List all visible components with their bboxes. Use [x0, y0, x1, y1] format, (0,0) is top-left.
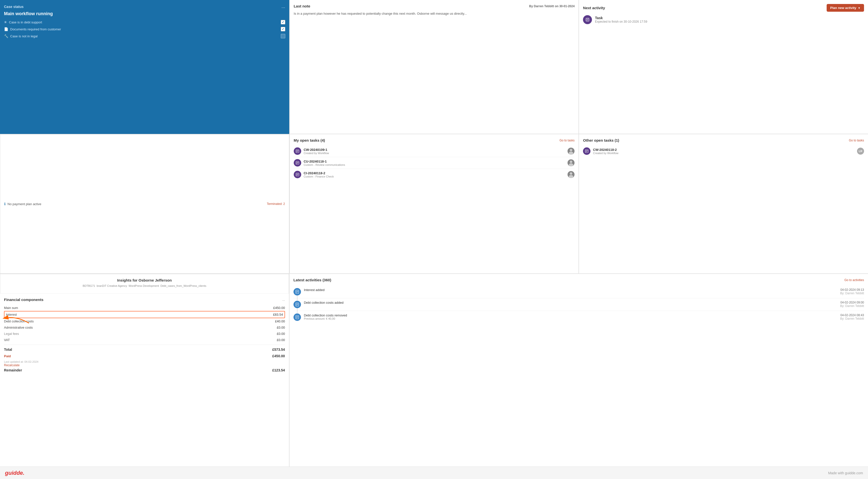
other-task-avatar-1: LR: [857, 148, 864, 155]
insights-title: Insights for Osborne Jefferson: [4, 278, 285, 282]
insights-tags: BDTBG71 branDiT Creative Agency WordPres…: [4, 284, 285, 287]
task-id-1: CW-20240109-1: [304, 148, 565, 151]
case-status-title: Case status: [4, 5, 24, 9]
activities-title: Latest activities (360): [293, 278, 331, 282]
financial-menu[interactable]: ...: [282, 298, 285, 302]
last-note-body: Is in a payment plan however he has requ…: [294, 11, 575, 16]
activity-name-1: Debt collection costs added: [304, 301, 837, 305]
activity-name-2: Debt collection costs removed: [304, 313, 837, 317]
activity-item-1: Debt collection costs added 04-02-2024 0…: [293, 298, 864, 311]
go-to-other-tasks-link[interactable]: Go to tasks: [849, 139, 864, 142]
last-updated: Last updated at: 04-02-2024: [4, 360, 285, 363]
financial-row-admin: Administrative costs £0.00: [4, 324, 285, 331]
other-task-icon-1: [583, 147, 590, 155]
svg-point-3: [569, 151, 573, 155]
activity-date-2: 04-02-2024 08:43 By: Darren Tebbitt: [840, 313, 864, 320]
next-activity-panel: Next activity Plan new activity ▼ Task E…: [579, 0, 868, 134]
financial-row-debt: Debt collection costs £40.00: [4, 318, 285, 324]
financial-total-row: Total £573.54: [4, 346, 285, 353]
case-status-menu[interactable]: ...: [281, 4, 285, 9]
financial-row-main-sum: Main sum £450.00: [4, 305, 285, 311]
left-col-bottom: Insights for Osborne Jefferson BDTBG71 b…: [0, 274, 289, 467]
go-to-tasks-link[interactable]: Go to tasks: [560, 139, 575, 142]
open-tasks-panel: My open tasks (4) Go to tasks CW-2024010…: [289, 134, 579, 274]
svg-point-8: [570, 172, 572, 175]
checklist-label-2: Documents required from customer: [10, 27, 61, 31]
tag-2: WordPress Development: [129, 284, 159, 287]
tag-3: Debt_cases_from_WordPress_clients: [160, 284, 206, 287]
activity-icon-0: [293, 288, 301, 296]
checklist-item-2: 📄 Documents required from customer: [4, 27, 285, 31]
financial-panel: Financial components ... Main sum £450.0…: [0, 294, 289, 377]
task-item-2: CU-20240118-1 Custom - Review communicat…: [294, 157, 575, 169]
other-tasks-panel: Other open tasks (1) Go to tasks CW-2024…: [579, 134, 868, 274]
financial-title: Financial components: [4, 298, 43, 302]
financial-row-interest: Interest £83.54: [4, 311, 285, 318]
last-note-title: Last note: [294, 4, 310, 8]
paid-link[interactable]: Paid: [4, 354, 11, 358]
activity-prev-2: Previous amount: € 40,00: [304, 317, 837, 320]
activities-panel: Latest activities (360) Go to activities…: [289, 274, 868, 467]
task-icon-1: [294, 147, 301, 155]
task-icon-2: [294, 159, 301, 167]
task-sub-3: Custom - Finance Check: [304, 175, 565, 178]
asterisk-icon: ✳: [4, 20, 7, 24]
recalculate-link[interactable]: Recalculate: [4, 364, 20, 367]
checklist-label-1: Case is in debt support: [9, 21, 42, 24]
footer-tagline: Made with guidde.com: [828, 471, 863, 475]
go-to-activities-link[interactable]: Go to activities: [844, 278, 864, 282]
plan-new-activity-button[interactable]: Plan new activity ▼: [827, 4, 864, 12]
activity-icon-1: [293, 301, 301, 308]
tag-0: BDTBG71: [83, 284, 95, 287]
task-icon: [583, 15, 592, 24]
financial-paid-row: Paid £450.00: [4, 353, 285, 359]
other-task-sub-1: Created by Workflow: [593, 151, 855, 155]
terminated-link[interactable]: Terminated: 2: [267, 202, 285, 206]
checklist-label-3: Case is not in legal: [10, 34, 38, 38]
task-id-3: CI-20240118-2: [304, 171, 565, 175]
open-tasks-title: My open tasks (4): [294, 138, 325, 142]
task-item-3: CI-20240118-2 Custom - Finance Check: [294, 169, 575, 180]
checklist-item-1: ✳ Case is in debt support: [4, 20, 285, 24]
svg-point-9: [569, 175, 573, 178]
checkbox-3[interactable]: [281, 34, 285, 38]
financial-remainder-row: Remainder £123.54: [4, 367, 285, 373]
case-status-panel: Case status ... Main workflow running ✳ …: [0, 0, 289, 134]
last-note-panel: Last note By Darren Tebbitt on 30-01-202…: [289, 0, 579, 134]
svg-point-5: [570, 161, 572, 163]
dropdown-arrow-icon: ▼: [858, 6, 861, 9]
payment-plan-text: No payment plan active: [7, 202, 41, 206]
activity-date-0: 04-02-2024 09:13 By: Darren Tebbitt: [840, 288, 864, 295]
guidde-logo: guidde.: [5, 470, 24, 476]
document-icon: 📄: [4, 27, 8, 31]
activity-item-0: Interest added 04-02-2024 09:13 By: Darr…: [293, 285, 864, 298]
footer: guidde. Made with guidde.com: [0, 467, 868, 479]
task-item-1: CW-20240109-1 Created by Workflow: [294, 145, 575, 157]
task-icon-3: [294, 171, 301, 178]
task-sub-1: Created by Workflow: [304, 151, 565, 155]
svg-point-6: [569, 163, 573, 166]
next-activity-item: Task Expected to finish on 30-10-2026 17…: [583, 15, 864, 24]
task-sub-2: Custom - Review communications: [304, 163, 565, 166]
other-tasks-title: Other open tasks (1): [583, 138, 619, 142]
checkbox-2[interactable]: [281, 27, 285, 31]
checklist-item-3: 🔧 Case is not in legal: [4, 34, 285, 38]
other-task-item-1: CW-20240118-2 Created by Workflow LR: [583, 145, 864, 157]
task-expected: Expected to finish on 30-10-2026 17:59: [595, 20, 647, 24]
wrench-icon: 🔧: [4, 34, 8, 38]
activity-name-0: Interest added: [304, 288, 837, 292]
payment-plan-row: ℹ No payment plan active Terminated: 2: [0, 134, 289, 274]
insights-panel: Insights for Osborne Jefferson BDTBG71 b…: [0, 274, 289, 294]
svg-point-2: [570, 149, 572, 151]
activity-date-1: 04-02-2024 09:00 By: Darren Tebbitt: [840, 301, 864, 308]
workflow-title: Main workflow running: [4, 11, 285, 16]
task-avatar-1: [567, 148, 575, 155]
other-task-id-1: CW-20240118-2: [593, 148, 855, 151]
info-icon: ℹ: [4, 202, 5, 206]
task-label: Task: [595, 16, 647, 20]
task-avatar-2: [567, 159, 575, 166]
activity-icon-2: [293, 313, 301, 321]
next-activity-title: Next activity: [583, 6, 605, 10]
checkbox-1[interactable]: [281, 20, 285, 24]
last-note-by: By Darren Tebbitt on 30-01-2024: [529, 4, 575, 8]
